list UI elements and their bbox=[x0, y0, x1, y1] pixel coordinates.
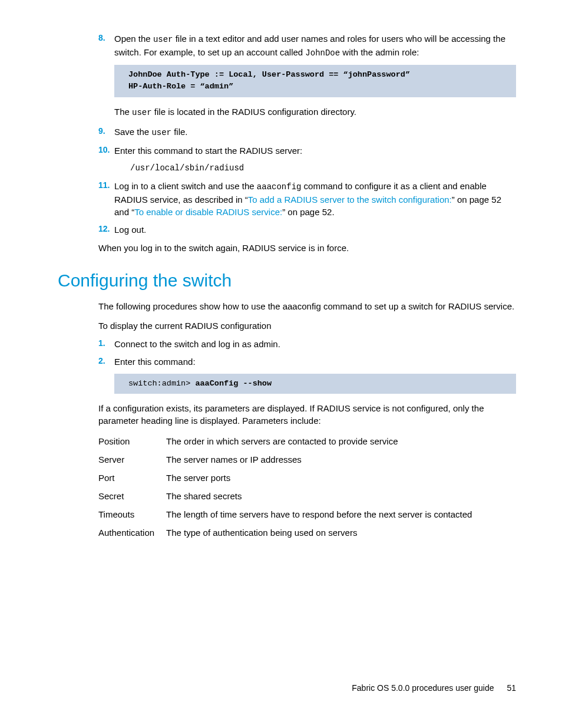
param-key: Secret bbox=[98, 490, 166, 502]
step-8: 8. Open the user file in a text editor a… bbox=[98, 32, 516, 118]
section-subintro: To display the current RADIUS configurat… bbox=[98, 319, 516, 332]
step-11: 11. Log in to a client switch and use th… bbox=[98, 180, 516, 218]
step-number: 10. bbox=[98, 144, 110, 156]
step-number: 11. bbox=[98, 180, 110, 192]
code-block-auth: JohnDoe Auth-Type := Local, User-Passwor… bbox=[114, 65, 516, 97]
page-footer: Fabric OS 5.0.0 procedures user guide 51 bbox=[352, 683, 516, 694]
step-text: Save the user file. bbox=[114, 127, 188, 137]
code-block-show: switch:admin> aaaConfig --show bbox=[114, 374, 516, 394]
step-text: Log in to a client switch and use the aa… bbox=[114, 181, 501, 217]
command-line: /usr/local/sbin/radiusd bbox=[130, 163, 516, 174]
closing-text: When you log in to the switch again, RAD… bbox=[98, 242, 516, 254]
step-text: Connect to the switch and log in as admi… bbox=[114, 339, 280, 349]
step-text: Open the user file in a text editor and … bbox=[114, 34, 505, 57]
table-row: Port The server ports bbox=[98, 472, 516, 484]
step-number: 12. bbox=[98, 223, 110, 235]
step-number: 2. bbox=[98, 355, 105, 367]
step-number: 1. bbox=[98, 338, 105, 350]
step-2: 2. Enter this command: switch:admin> aaa… bbox=[98, 355, 516, 394]
table-row: Timeouts The length of time servers have… bbox=[98, 508, 516, 521]
step-10: 10. Enter this command to start the RADI… bbox=[98, 144, 516, 174]
link-enable-disable-radius[interactable]: To enable or disable RADIUS service: bbox=[134, 207, 282, 217]
param-key: Server bbox=[98, 453, 166, 466]
step-text: Log out. bbox=[114, 225, 146, 235]
param-value: The server names or IP addresses bbox=[166, 453, 516, 466]
link-add-radius-server[interactable]: To add a RADIUS server to the switch con… bbox=[248, 195, 452, 205]
section-heading: Configuring the switch bbox=[58, 268, 516, 293]
step-number: 9. bbox=[98, 126, 105, 137]
footer-title: Fabric OS 5.0.0 procedures user guide bbox=[352, 683, 494, 693]
table-row: Server The server names or IP addresses bbox=[98, 453, 516, 466]
step-number: 8. bbox=[98, 32, 105, 44]
step-text: Enter this command: bbox=[114, 357, 196, 367]
param-value: The server ports bbox=[166, 472, 516, 484]
param-value: The type of authentication being used on… bbox=[166, 526, 516, 539]
table-row: Secret The shared secrets bbox=[98, 490, 516, 502]
section-body: The following procedures show how to use… bbox=[98, 300, 516, 539]
param-key: Port bbox=[98, 472, 166, 484]
step-text: Enter this command to start the RADIUS s… bbox=[114, 146, 302, 156]
step-12: 12. Log out. bbox=[98, 223, 516, 236]
param-key: Authentication bbox=[98, 526, 166, 539]
step-list-section: 1. Connect to the switch and log in as a… bbox=[98, 338, 516, 394]
table-row: Position The order in which servers are … bbox=[98, 435, 516, 447]
step-list-top: 8. Open the user file in a text editor a… bbox=[98, 32, 516, 236]
page-number: 51 bbox=[507, 683, 516, 693]
param-value: The length of time servers have to respo… bbox=[166, 508, 516, 521]
continued-procedure: 8. Open the user file in a text editor a… bbox=[98, 32, 516, 254]
section-intro: The following procedures show how to use… bbox=[98, 300, 516, 312]
step-9: 9. Save the user file. bbox=[98, 126, 516, 139]
table-row: Authentication The type of authenticatio… bbox=[98, 526, 516, 539]
param-value: The shared secrets bbox=[166, 490, 516, 502]
parameters-table: Position The order in which servers are … bbox=[98, 435, 516, 539]
step-note: The user file is located in the RADIUS c… bbox=[114, 106, 516, 119]
params-intro: If a configuration exists, its parameter… bbox=[98, 402, 516, 427]
step-1: 1. Connect to the switch and log in as a… bbox=[98, 338, 516, 350]
param-value: The order in which servers are contacted… bbox=[166, 435, 516, 447]
param-key: Timeouts bbox=[98, 508, 166, 521]
param-key: Position bbox=[98, 435, 166, 447]
